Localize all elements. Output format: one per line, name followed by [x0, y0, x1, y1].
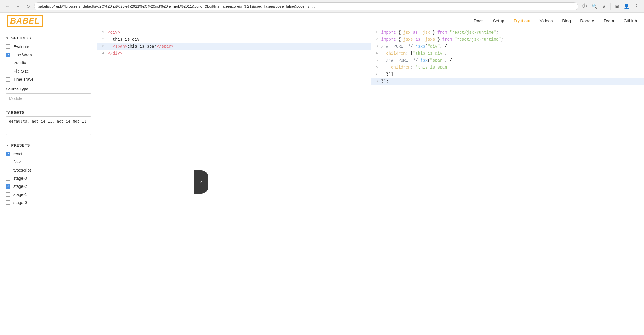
evaluate-label: Evaluate: [13, 44, 29, 49]
output-line-2: 2 import { jsxs as _jsxs } from "react/j…: [371, 36, 644, 43]
code-line-3: 3 <span>this is span</span>: [97, 43, 371, 50]
collapse-sidebar-button[interactable]: ‹: [194, 170, 208, 194]
time-travel-checkbox[interactable]: [6, 77, 10, 82]
profile-button[interactable]: 👤: [622, 2, 631, 10]
stage-1-preset-option: stage-1: [0, 190, 97, 199]
forward-button[interactable]: →: [14, 3, 22, 10]
extensions-button[interactable]: ▣: [613, 2, 621, 10]
line-wrap-label: Line Wrap: [13, 53, 32, 57]
prettify-label: Prettify: [13, 61, 26, 65]
typescript-preset-checkbox[interactable]: [6, 168, 10, 172]
presets-chevron-icon: ▼: [6, 144, 9, 147]
stage-0-preset-checkbox[interactable]: [6, 200, 10, 205]
nav-videos[interactable]: Videos: [540, 18, 553, 23]
nav-setup[interactable]: Setup: [493, 18, 504, 23]
stage-1-preset-checkbox[interactable]: [6, 192, 10, 197]
editors-area: 1 <div> 2 this is div 3 <span>this is sp…: [97, 29, 644, 335]
output-line-5: 5 /*#__PURE__*/_jsx("span", {: [371, 57, 644, 64]
source-type-label: Source Type: [0, 83, 97, 92]
reload-button[interactable]: ↻: [24, 2, 32, 10]
time-travel-option: Time Travel: [0, 75, 97, 83]
targets-label: TARGETS: [0, 107, 97, 116]
line-wrap-option: Line Wrap: [0, 51, 97, 59]
babel-logo: BABEL: [7, 15, 43, 27]
react-preset-option: react: [0, 150, 97, 158]
presets-section-header[interactable]: ▼ PRESETS: [0, 141, 97, 150]
settings-section-header[interactable]: ▼ SETTINGS: [0, 34, 97, 43]
main-layout: ▼ SETTINGS Evaluate Line Wrap Prettify F…: [0, 29, 644, 335]
nav-links: Docs Setup Try it out Videos Blog Donate…: [473, 18, 637, 23]
typescript-preset-label: typescript: [13, 168, 31, 172]
stage-0-preset-option: stage-0: [0, 199, 97, 207]
stage-3-preset-label: stage-3: [13, 176, 27, 181]
react-preset-checkbox[interactable]: [6, 152, 10, 156]
navbar: BABEL Docs Setup Try it out Videos Blog …: [0, 13, 644, 29]
output-line-6: 6 children: "this is span": [371, 64, 644, 71]
stage-2-preset-checkbox[interactable]: [6, 184, 10, 189]
code-line-4: 4 </div>: [97, 50, 371, 57]
nav-blog[interactable]: Blog: [562, 18, 571, 23]
output-line-8: 8 });: [371, 78, 644, 85]
output-line-3: 3 /*#__PURE__*/_jsxs("div", {: [371, 43, 644, 50]
time-travel-label: Time Travel: [13, 77, 35, 82]
line-wrap-checkbox[interactable]: [6, 53, 10, 57]
code-line-1: 1 <div>: [97, 29, 371, 36]
output-line-1: 1 import { jsx as _jsx } from "react/jsx…: [371, 29, 644, 36]
flow-preset-option: flow: [0, 158, 97, 166]
stage-2-preset-option: stage-2: [0, 182, 97, 190]
flow-preset-label: flow: [13, 160, 21, 164]
stage-3-preset-option: stage-3: [0, 174, 97, 182]
prettify-checkbox[interactable]: [6, 61, 10, 65]
bookmark-star-button[interactable]: ★: [600, 2, 608, 10]
nav-github[interactable]: GitHub: [623, 18, 637, 23]
sidebar: ▼ SETTINGS Evaluate Line Wrap Prettify F…: [0, 29, 97, 335]
nav-team[interactable]: Team: [604, 18, 614, 23]
code-line-2: 2 this is div: [97, 36, 371, 43]
separator: [610, 3, 611, 10]
browser-action-buttons: ⓘ 🔍 ★ ▣ 👤 ⋮: [581, 2, 641, 10]
targets-textarea[interactable]: defaults, not ie 11, not ie_mob 11: [6, 116, 91, 135]
flow-preset-checkbox[interactable]: [6, 160, 10, 164]
stage-1-preset-label: stage-1: [13, 192, 27, 197]
nav-docs[interactable]: Docs: [473, 18, 483, 23]
page-info-button[interactable]: ⓘ: [581, 2, 589, 10]
source-type-select[interactable]: Module: [6, 93, 91, 103]
prettify-option: Prettify: [0, 59, 97, 67]
file-size-checkbox[interactable]: [6, 69, 10, 73]
stage-0-preset-label: stage-0: [13, 200, 27, 205]
typescript-preset-option: typescript: [0, 166, 97, 174]
zoom-button[interactable]: 🔍: [590, 2, 599, 10]
evaluate-checkbox[interactable]: [6, 44, 10, 49]
menu-button[interactable]: ⋮: [632, 2, 641, 10]
stage-3-preset-checkbox[interactable]: [6, 176, 10, 181]
chevron-down-icon: ▼: [6, 37, 9, 40]
output-editor[interactable]: 1 import { jsx as _jsx } from "react/jsx…: [371, 29, 644, 335]
input-editor[interactable]: 1 <div> 2 this is div 3 <span>this is sp…: [97, 29, 371, 335]
nav-try-it-out[interactable]: Try it out: [514, 18, 530, 23]
settings-label: SETTINGS: [11, 36, 31, 40]
file-size-label: File Size: [13, 69, 29, 73]
evaluate-option: Evaluate: [0, 43, 97, 51]
stage-2-preset-label: stage-2: [13, 184, 27, 189]
address-bar[interactable]: [34, 2, 578, 10]
browser-chrome: ← → ↻ ⓘ 🔍 ★ ▣ 👤 ⋮: [0, 0, 644, 13]
react-preset-label: react: [13, 152, 22, 156]
back-button[interactable]: ←: [3, 3, 12, 10]
nav-donate[interactable]: Donate: [580, 18, 594, 23]
file-size-option: File Size: [0, 67, 97, 75]
presets-label: PRESETS: [11, 143, 30, 147]
output-line-7: 7 })]: [371, 71, 644, 78]
output-line-4: 4 children: ["this is div",: [371, 50, 644, 57]
